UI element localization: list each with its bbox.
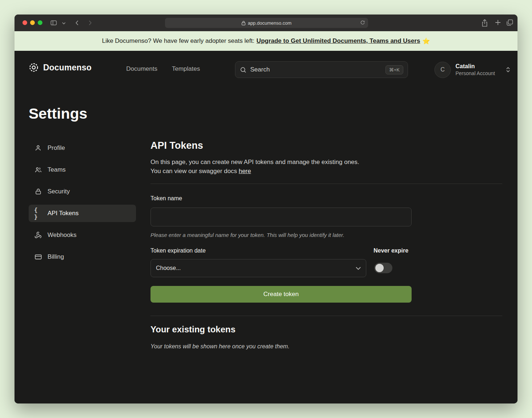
description-line-1: On this page, you can create new API tok… xyxy=(150,157,359,167)
user-account-type: Personal Account xyxy=(455,70,501,77)
app-content: Documenso Documents Templates ⌘+K C Cata… xyxy=(15,51,517,403)
top-nav: Documents Templates xyxy=(126,65,200,73)
sidebar-item-label: Billing xyxy=(48,253,64,261)
create-token-button[interactable]: Create token xyxy=(150,286,412,303)
sidebar-item-label: Teams xyxy=(48,166,66,173)
token-name-input[interactable] xyxy=(150,208,412,226)
existing-tokens-title: Your existing tokens xyxy=(150,324,235,335)
tab-overview-icon[interactable] xyxy=(506,19,513,26)
chevron-down-icon[interactable] xyxy=(62,22,66,25)
sidebar-item-label: Security xyxy=(48,188,70,195)
browser-toolbar: app.documenso.com xyxy=(15,15,517,31)
section-title: API Tokens xyxy=(150,140,502,151)
never-expire-label: Never expire xyxy=(374,247,408,254)
nav-templates[interactable]: Templates xyxy=(172,65,200,73)
expiration-select[interactable]: Choose... xyxy=(150,259,366,277)
section-description: On this page, you can create new API tok… xyxy=(150,157,359,176)
expiration-select-value: Choose... xyxy=(156,265,181,271)
braces-icon: { } xyxy=(34,206,42,220)
page-title: Settings xyxy=(29,105,87,122)
swagger-docs-link[interactable]: here xyxy=(239,168,251,175)
minimize-window-button[interactable] xyxy=(30,20,35,25)
user-names: Catalin Personal Account xyxy=(455,63,501,77)
lock-icon xyxy=(242,21,246,25)
search-shortcut-badge: ⌘+K xyxy=(385,65,403,74)
avatar: C xyxy=(434,62,451,78)
token-name-hint: Please enter a meaningful name for your … xyxy=(150,232,345,238)
documenso-logo-icon xyxy=(29,62,39,73)
sidebar-item-label: Profile xyxy=(48,144,65,152)
share-icon[interactable] xyxy=(481,19,488,27)
token-expiration-label: Token expiration date xyxy=(150,247,206,254)
user-icon xyxy=(34,144,42,152)
search-input[interactable] xyxy=(250,66,382,73)
browser-window: app.documenso.com Like Documenso? We hav… xyxy=(15,15,517,403)
sidebar-item-billing[interactable]: Billing xyxy=(29,248,136,266)
zoom-window-button[interactable] xyxy=(38,20,42,25)
nav-documents[interactable]: Documents xyxy=(126,65,157,73)
star-emoji: ⭐ xyxy=(422,37,430,45)
sidebar-item-label: Webhooks xyxy=(48,231,77,239)
sidebar-toggle-icon[interactable] xyxy=(50,19,57,26)
webhook-icon xyxy=(34,231,42,239)
url-text: app.documenso.com xyxy=(248,20,292,26)
users-icon xyxy=(34,166,42,173)
user-name: Catalin xyxy=(455,63,501,70)
new-tab-icon[interactable] xyxy=(495,19,501,26)
toggle-knob xyxy=(375,264,384,272)
lock-icon xyxy=(34,188,42,195)
back-button[interactable] xyxy=(74,19,81,26)
chevron-up-down-icon xyxy=(506,66,511,73)
existing-tokens-hint: Your tokens will be shown here once you … xyxy=(150,343,289,350)
reload-icon[interactable] xyxy=(360,20,365,25)
promo-banner: Like Documenso? We have few early adopte… xyxy=(15,31,517,51)
settings-sidebar: Profile Teams Security xyxy=(29,139,136,270)
upgrade-link[interactable]: Upgrade to Get Unlimited Documents, Team… xyxy=(256,37,420,45)
sidebar-item-api-tokens[interactable]: { } API Tokens xyxy=(29,205,136,222)
user-menu[interactable]: C Catalin Personal Account xyxy=(434,61,511,78)
api-tokens-panel: API Tokens On this page, you can create … xyxy=(150,140,502,151)
close-window-button[interactable] xyxy=(22,20,27,25)
credit-card-icon xyxy=(34,253,42,261)
search-icon xyxy=(240,66,247,73)
sidebar-item-webhooks[interactable]: Webhooks xyxy=(29,226,136,244)
sidebar-item-teams[interactable]: Teams xyxy=(29,161,136,179)
sidebar-item-security[interactable]: Security xyxy=(29,183,136,200)
description-line-2: You can view our swagger docs here xyxy=(150,167,359,176)
sidebar-item-profile[interactable]: Profile xyxy=(29,139,136,157)
brand[interactable]: Documenso xyxy=(29,62,91,73)
forward-button[interactable] xyxy=(86,19,94,26)
divider xyxy=(150,184,502,184)
never-expire-toggle[interactable] xyxy=(374,263,392,273)
sidebar-item-label: API Tokens xyxy=(48,210,79,217)
brand-name: Documenso xyxy=(43,63,91,73)
chevron-down-icon xyxy=(356,267,361,270)
promo-banner-text: Like Documenso? We have few early adopte… xyxy=(102,37,254,45)
window-controls xyxy=(22,20,42,25)
divider xyxy=(150,316,502,316)
address-bar[interactable]: app.documenso.com xyxy=(165,18,368,28)
token-name-label: Token name xyxy=(150,195,182,202)
search-bar[interactable]: ⌘+K xyxy=(235,61,408,78)
